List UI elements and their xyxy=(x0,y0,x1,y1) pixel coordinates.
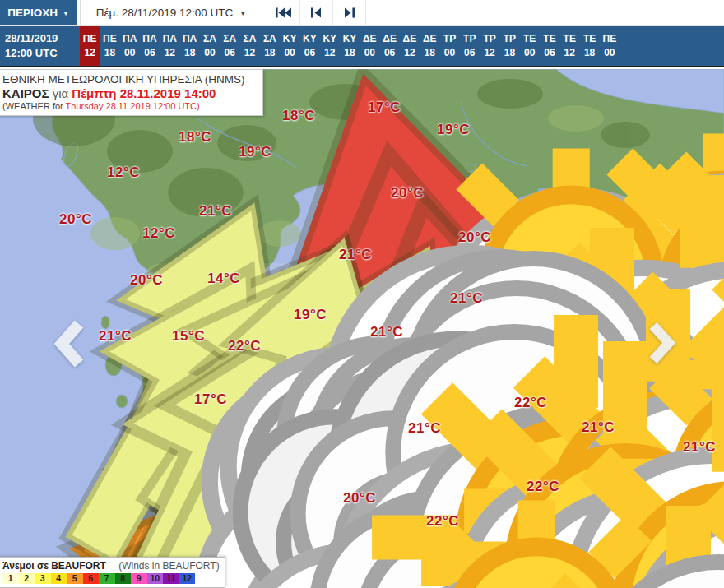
time-step-cell[interactable]: ΠΑ00 xyxy=(120,26,140,66)
temperature-label: 18°C xyxy=(179,129,211,146)
temperature-label: 19°C xyxy=(294,307,327,323)
time-step-cell[interactable]: ΤΕ18 xyxy=(579,26,599,66)
region-dropdown-button[interactable]: ΠΕΡΙΟΧΗ ▼ xyxy=(0,0,77,25)
beaufort-scale-cell: 5 xyxy=(67,573,83,584)
time-step-cell[interactable]: ΠΑ18 xyxy=(179,26,199,66)
temperature-label: 21°C xyxy=(370,324,403,340)
step-forward-icon xyxy=(344,7,355,18)
chevron-right-icon xyxy=(645,321,680,365)
pan-right-button[interactable] xyxy=(645,321,680,368)
temperature-label: 22°C xyxy=(228,338,261,354)
time-step-cell[interactable]: ΔΕ06 xyxy=(379,26,399,66)
temperature-label: 19°C xyxy=(239,144,272,160)
time-step-cell[interactable]: ΚΥ18 xyxy=(340,26,360,66)
temperature-label: 22°C xyxy=(514,395,547,411)
temperature-label: 21°C xyxy=(582,419,615,436)
skip-to-start-icon xyxy=(276,7,292,18)
beaufort-scale-cell: 8 xyxy=(115,573,132,584)
step-back-button[interactable] xyxy=(300,0,333,25)
step-back-icon xyxy=(311,7,322,18)
time-step-cell[interactable]: ΣΑ06 xyxy=(220,26,239,66)
temperature-label: 19°C xyxy=(437,122,470,138)
time-step-bar: 28/11/2019 12:00 UTC ΠΕ12ΠΕ18ΠΑ00ΠΑ06ΠΑ1… xyxy=(0,26,724,67)
chevron-left-icon xyxy=(49,317,89,370)
time-step-cell[interactable]: ΚΥ06 xyxy=(299,26,319,66)
datetime-dropdown-label: Πέμ. 28/11/2019 12:00 UTC xyxy=(96,7,234,19)
skip-to-start-button[interactable] xyxy=(267,0,300,25)
legend-title: Άνεμοι σε BEAUFORT (Winds in BEAUFORT) xyxy=(2,560,220,572)
top-toolbar: ΠΕΡΙΟΧΗ ▼ Πέμ. 28/11/2019 12:00 UTC ▼ xyxy=(0,0,724,26)
temperature-label: 21°C xyxy=(199,203,232,220)
time-step-cell[interactable]: ΤΡ12 xyxy=(480,26,499,66)
beaufort-scale-cell: 10 xyxy=(147,573,164,584)
temperature-label: 21°C xyxy=(339,247,372,263)
beaufort-scale-cell: 1 xyxy=(2,573,19,584)
beaufort-scale-cell: 3 xyxy=(35,573,51,584)
temperature-label: 21°C xyxy=(683,439,716,456)
temperature-label: 20°C xyxy=(391,185,424,201)
time-step-cell[interactable]: ΔΕ12 xyxy=(400,26,420,66)
time-step-cell[interactable]: ΣΑ18 xyxy=(260,26,280,66)
beaufort-legend: Άνεμοι σε BEAUFORT (Winds in BEAUFORT) 1… xyxy=(0,557,225,588)
temperature-label: 18°C xyxy=(282,108,315,124)
temperature-label: 20°C xyxy=(59,211,92,228)
time-step-cell[interactable]: ΤΕ00 xyxy=(520,26,540,66)
temperature-label: 20°C xyxy=(343,490,376,507)
temperature-label: 17°C xyxy=(368,100,401,116)
temperature-label: 20°C xyxy=(458,229,491,246)
temperature-label: 12°C xyxy=(107,164,140,181)
beaufort-scale-cell: 6 xyxy=(83,573,100,584)
time-step-cell[interactable]: ΤΡ00 xyxy=(439,26,459,66)
time-step-cell[interactable]: ΤΕ12 xyxy=(559,26,579,66)
time-step-cell[interactable]: ΔΕ18 xyxy=(420,26,439,66)
region-dropdown-label: ΠΕΡΙΟΧΗ xyxy=(7,7,58,19)
temperature-label: 15°C xyxy=(172,328,205,345)
beaufort-scale-cell: 9 xyxy=(131,573,147,584)
beaufort-scale-cell: 7 xyxy=(99,573,115,584)
temperature-label: 21°C xyxy=(408,420,441,437)
beaufort-scale: 123456789101112 xyxy=(2,573,220,584)
beaufort-scale-cell: 12 xyxy=(179,573,196,584)
time-step-cell[interactable]: ΣΑ12 xyxy=(239,26,259,66)
beaufort-scale-cell: 4 xyxy=(51,573,67,584)
forecast-info-box: ΕΘΝΙΚΗ ΜΕΤΕΩΡΟΛΟΓΙΚΗ ΥΠΗΡΕΣΙΑ (HNMS) ΚΑΙ… xyxy=(0,69,263,116)
time-step-cell[interactable]: ΠΑ06 xyxy=(140,26,160,66)
datetime-dropdown[interactable]: Πέμ. 28/11/2019 12:00 UTC ▼ xyxy=(80,0,262,25)
time-step-cell[interactable]: ΤΡ06 xyxy=(460,26,480,66)
chevron-down-icon: ▼ xyxy=(63,10,69,17)
chevron-down-icon: ▼ xyxy=(239,10,246,17)
time-step-cell[interactable]: ΠΕ12 xyxy=(80,26,100,66)
time-step-cell[interactable]: ΔΕ00 xyxy=(360,26,379,66)
time-step-cell[interactable]: ΤΡ18 xyxy=(499,26,519,66)
time-step-cells: ΠΕ12ΠΕ18ΠΑ00ΠΑ06ΠΑ12ΠΑ18ΣΑ00ΣΑ06ΣΑ12ΣΑ18… xyxy=(80,26,620,66)
time-step-cell[interactable]: ΚΥ00 xyxy=(280,26,299,66)
temperature-label: 14°C xyxy=(207,271,240,287)
weather-map[interactable]: ΕΜΥ 18°C17°C19°C18°C19°C12°C20°C21°C20°C… xyxy=(0,69,724,588)
agency-name: ΕΘΝΙΚΗ ΜΕΤΕΩΡΟΛΟΓΙΚΗ ΥΠΗΡΕΣΙΑ (HNMS) xyxy=(2,73,256,86)
time-step-cell[interactable]: ΣΑ00 xyxy=(200,26,220,66)
time-step-cell[interactable]: ΚΥ12 xyxy=(320,26,340,66)
temperature-label: 17°C xyxy=(194,391,227,408)
temperature-label: 22°C xyxy=(426,513,459,530)
selected-datetime-label: 28/11/2019 12:00 UTC xyxy=(0,26,80,66)
temperature-label: 20°C xyxy=(130,272,163,289)
temperature-label: 21°C xyxy=(450,290,483,307)
pan-left-button[interactable] xyxy=(49,317,89,373)
time-step-cell[interactable]: ΠΕ18 xyxy=(100,26,119,66)
time-step-cell[interactable]: ΤΕ06 xyxy=(540,26,559,66)
temperature-label: 21°C xyxy=(99,328,132,345)
forecast-title: ΚΑΙΡΟΣ για Πέμπτη 28.11.2019 14:00 xyxy=(2,86,256,100)
forecast-title-en: (WEATHER for Thursday 28.11.2019 12:00 U… xyxy=(2,101,256,111)
step-forward-button[interactable] xyxy=(333,0,366,25)
temperature-label: 12°C xyxy=(142,225,175,242)
beaufort-scale-cell: 11 xyxy=(163,573,179,584)
time-step-cell[interactable]: ΠΕ00 xyxy=(600,26,620,66)
temperature-label: 22°C xyxy=(527,479,559,495)
time-step-cell[interactable]: ΠΑ12 xyxy=(160,26,179,66)
beaufort-scale-cell: 2 xyxy=(19,573,35,584)
